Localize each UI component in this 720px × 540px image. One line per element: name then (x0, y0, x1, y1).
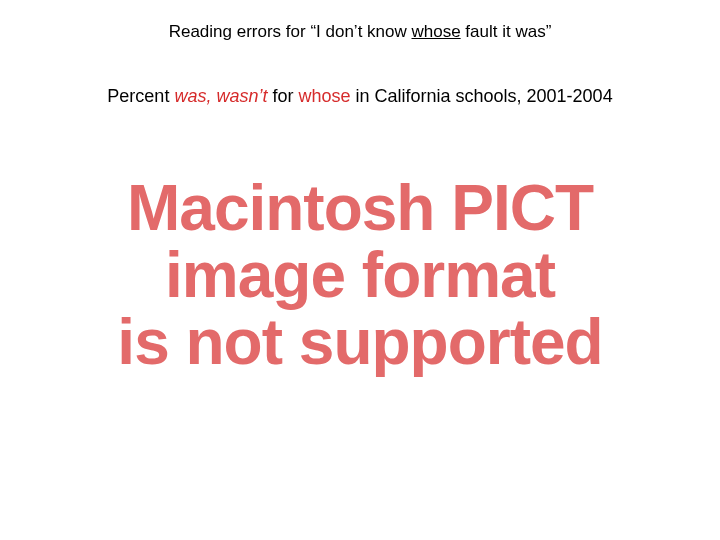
subtitle-red-italic: was, wasn’t (174, 86, 267, 106)
subtitle-part1: Percent (107, 86, 174, 106)
subtitle-red-word: whose (298, 86, 350, 106)
error-line-2: image format (0, 242, 720, 309)
slide-title: Reading errors for “I don’t know whose f… (0, 22, 720, 42)
title-prefix: Reading errors for “I don’t know (169, 22, 412, 41)
title-suffix: fault it was” (461, 22, 552, 41)
error-line-1: Macintosh PICT (0, 175, 720, 242)
slide-subtitle: Percent was, wasn’t for whose in Califor… (0, 86, 720, 107)
subtitle-part2: for (267, 86, 298, 106)
subtitle-part3: in California schools, 2001-2004 (350, 86, 612, 106)
title-underlined-word: whose (412, 22, 461, 41)
error-line-3: is not supported (0, 309, 720, 376)
image-error-placeholder: Macintosh PICT image format is not suppo… (0, 175, 720, 377)
